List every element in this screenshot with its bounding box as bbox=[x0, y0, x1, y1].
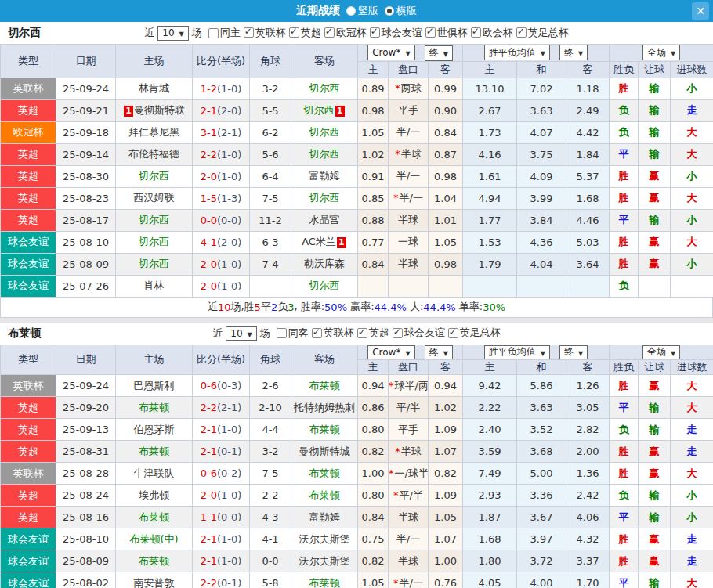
score-cell: 2-2(2-1) bbox=[193, 397, 250, 419]
col-handicap: 让球 bbox=[639, 61, 671, 78]
avg-away-value: 1.68 bbox=[566, 187, 610, 209]
match-row: 球会友谊25-08-09布莱顿2-1(1-0)0-0沃尔夫斯堡0.82半球1.0… bbox=[1, 550, 713, 572]
match-date: 25-09-18 bbox=[56, 121, 116, 143]
league-checkbox[interactable] bbox=[448, 328, 458, 338]
league-checkbox[interactable] bbox=[370, 27, 380, 38]
match-date: 25-08-28 bbox=[56, 463, 116, 485]
league-filter-list: 英联杯英超球会友谊英足总杯 bbox=[309, 326, 501, 341]
avg-final-select[interactable]: 终 bbox=[559, 345, 588, 359]
score-cell: 0-6(0-2) bbox=[193, 463, 250, 485]
team-label: 切尔西 bbox=[309, 280, 340, 291]
scope-select[interactable]: 全场 bbox=[642, 45, 680, 60]
result-flag: 胜 bbox=[610, 441, 639, 463]
avg-final-select[interactable]: 终 bbox=[559, 45, 588, 60]
avg-draw-value: 5.86 bbox=[517, 375, 566, 397]
match-row: 英超25-08-24埃弗顿2-0(1-0)2-2布莱顿0.80*平/半1.092… bbox=[1, 485, 713, 507]
league-checkbox[interactable] bbox=[289, 27, 299, 38]
home-team-cell: 布莱顿 bbox=[116, 550, 193, 572]
league-checkbox[interactable] bbox=[516, 27, 527, 38]
fulltime-score: 2-1 bbox=[201, 533, 217, 545]
league-checkbox[interactable] bbox=[312, 328, 322, 338]
league-filter-item: 英联杯 bbox=[244, 26, 286, 40]
line-text: 半球 bbox=[398, 511, 418, 523]
fulltime-score: 2-1 bbox=[201, 446, 217, 457]
odds-home-value: 0.88 bbox=[358, 209, 389, 231]
bookmaker-select[interactable]: Crow* bbox=[367, 345, 414, 359]
goals-flag: 大 bbox=[671, 121, 713, 143]
odds-home-value: 0.86 bbox=[358, 397, 389, 419]
avg-draw-value: 3.36 bbox=[517, 485, 566, 507]
games-count-select[interactable]: 10 bbox=[226, 326, 256, 341]
close-icon: ✕ bbox=[696, 5, 705, 17]
col-type: 类型 bbox=[1, 345, 56, 375]
goals-flag: 大 bbox=[671, 463, 713, 485]
home-team-cell: 1曼彻斯特联 bbox=[116, 99, 193, 121]
games-count-select[interactable]: 10 bbox=[157, 26, 188, 41]
team-label: 沃尔夫斯堡 bbox=[299, 533, 350, 545]
line-text: 半/一 bbox=[396, 170, 420, 182]
avg-odds-select[interactable]: 胜平负均值 bbox=[484, 45, 550, 60]
team-label: 切尔西 bbox=[139, 258, 169, 269]
league-checkbox[interactable] bbox=[324, 27, 335, 38]
same-venue-checkbox[interactable] bbox=[277, 328, 287, 338]
league-checkbox-label: 欧冠杯 bbox=[336, 26, 367, 40]
league-checkbox[interactable] bbox=[425, 27, 436, 38]
line-text: 半/一 bbox=[400, 192, 423, 204]
league-checkbox[interactable] bbox=[244, 27, 254, 38]
goals-flag: 走 bbox=[671, 441, 713, 463]
away-team-cell: 切尔西1 bbox=[291, 99, 358, 121]
odds-home-value: 0.82 bbox=[358, 441, 389, 463]
league-type-badge: 英联杯 bbox=[1, 375, 56, 397]
radio-icon bbox=[346, 6, 356, 16]
avg-home-value: 3.59 bbox=[463, 441, 517, 463]
result-flag: 胜 bbox=[610, 528, 639, 550]
result-flag: 胜 bbox=[610, 463, 639, 485]
matches-table: 类型 日期 主场 比分(半场) 角球 客场 Crow* 终 胜平负均值 终 bbox=[0, 44, 713, 298]
match-row: 英超25-08-31布莱顿2-1(0-1)3-2曼彻斯特城0.82*半球1.07… bbox=[1, 441, 713, 463]
league-checkbox[interactable] bbox=[471, 27, 481, 38]
league-checkbox[interactable] bbox=[357, 328, 367, 338]
bookmaker-value: Crow* bbox=[372, 347, 400, 358]
avg-home-value: 2.22 bbox=[463, 397, 517, 419]
match-row: 球会友谊25-08-09切尔西2-0(1-0)7-4勒沃库森0.84半球0.98… bbox=[1, 253, 713, 275]
result-flag: 负 bbox=[610, 485, 639, 507]
avg-odds-select[interactable]: 胜平负均值 bbox=[484, 345, 550, 359]
result-flag: 平 bbox=[610, 572, 639, 588]
handicap-flag: 输 bbox=[639, 78, 671, 99]
away-team-cell: 富勒姆 bbox=[291, 165, 358, 187]
layout-radio-horizontal[interactable]: 横版 bbox=[385, 4, 417, 18]
same-venue-checkbox[interactable] bbox=[208, 28, 219, 38]
home-team-cell: 切尔西 bbox=[116, 253, 193, 275]
odds-final-select[interactable]: 终 bbox=[425, 45, 453, 61]
scope-select[interactable]: 全场 bbox=[642, 345, 680, 359]
layout-radio-vertical[interactable]: 竖版 bbox=[346, 4, 378, 18]
team-label: 布莱顿 bbox=[139, 402, 169, 413]
match-row: 英联杯25-09-24巴恩斯利0-6(0-3)2-6布莱顿0.94*球半/两0.… bbox=[1, 375, 713, 397]
chevron-down-icon bbox=[578, 47, 583, 58]
handicap-flag: 输 bbox=[639, 397, 671, 419]
league-checkbox[interactable] bbox=[393, 328, 403, 338]
team-name: 布莱顿 bbox=[8, 326, 41, 341]
col-odds-home: 主 bbox=[358, 61, 389, 78]
match-date: 25-09-14 bbox=[56, 143, 116, 165]
col-type: 类型 bbox=[1, 45, 56, 78]
league-type-badge: 英超 bbox=[1, 165, 56, 187]
league-type-badge: 球会友谊 bbox=[1, 231, 56, 253]
odds-away-value: 0.98 bbox=[429, 165, 463, 187]
col-corner: 角球 bbox=[250, 45, 291, 78]
line-text: 半球 bbox=[401, 148, 422, 160]
result-flag: 胜 bbox=[610, 165, 639, 187]
match-date: 25-08-09 bbox=[56, 550, 116, 572]
handicap-flag: 赢 bbox=[639, 187, 671, 209]
games-suffix-label: 场 bbox=[192, 26, 202, 40]
close-button[interactable]: ✕ bbox=[692, 2, 709, 20]
odds-home-value: 0.84 bbox=[358, 253, 389, 275]
odds-final-select[interactable]: 终 bbox=[425, 345, 453, 359]
near-label: 近 bbox=[144, 26, 154, 40]
fulltime-score: 2-2 bbox=[201, 577, 217, 588]
bookmaker-select[interactable]: Crow* bbox=[367, 45, 414, 60]
halftime-score: (0-1) bbox=[217, 577, 241, 588]
avg-odds-value: 胜平负均值 bbox=[489, 46, 536, 60]
away-team-cell: 切尔西 bbox=[291, 121, 358, 143]
corner-score: 6-3 bbox=[250, 231, 291, 253]
